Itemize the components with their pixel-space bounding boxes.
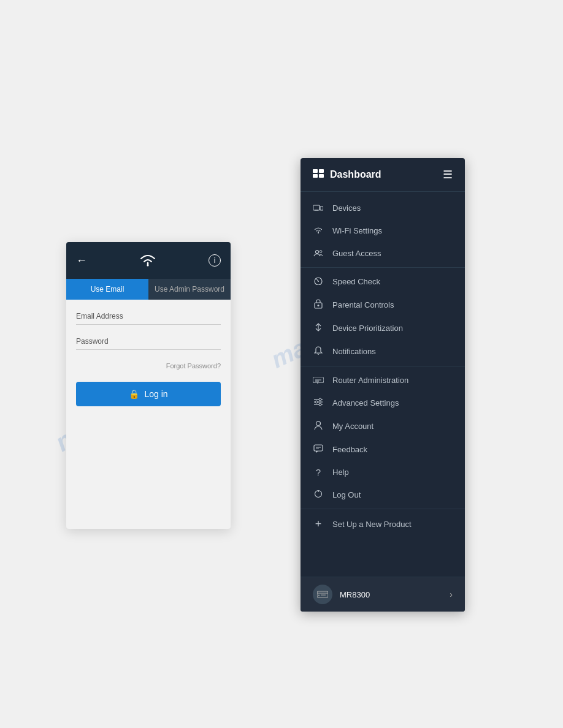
tab-use-email[interactable]: Use Email [66,279,148,300]
svg-point-34 [318,595,320,596]
nav-item-feedback-label: Feedback [332,445,367,454]
account-icon [313,420,324,432]
advanced-settings-icon [313,398,324,408]
nav-item-router-admin[interactable]: Router Administration [301,369,465,392]
add-icon: + [313,518,324,531]
login-body: Email Address Password Forgot Password? … [66,300,231,419]
nav-item-feedback[interactable]: Feedback [301,438,465,461]
nav-header-left: Dashboard [313,169,381,180]
svg-point-0 [147,265,149,267]
nav-title: Dashboard [330,169,381,180]
nav-item-speed[interactable]: Speed Check [301,270,465,293]
svg-rect-6 [320,207,323,210]
footer-chevron-icon: › [450,590,453,599]
svg-point-8 [318,232,319,233]
svg-rect-32 [317,591,328,597]
svg-rect-27 [314,445,323,451]
logout-icon [313,490,324,500]
login-tabs: Use Email Use Admin Password [66,279,231,300]
svg-rect-2 [319,169,324,173]
dashboard-icon [313,169,324,180]
login-button[interactable]: 🔒 Log in [76,382,221,406]
nav-item-help[interactable]: ? Help [301,461,465,483]
nav-item-guest[interactable]: Guest Access [301,242,465,265]
svg-point-26 [316,422,321,426]
nav-item-new-product-label: Set Up a New Product [332,520,412,529]
nav-item-priority[interactable]: Device Prioritization [301,317,465,339]
wifi-icon [313,226,324,236]
login-button-label: Log in [144,389,167,399]
nav-item-help-label: Help [332,468,349,477]
nav-item-devices-label: Devices [332,203,361,213]
nav-footer-device[interactable]: MR8300 › [301,577,465,612]
devices-icon [313,203,324,213]
email-field-container: Email Address [76,312,221,325]
nav-item-logout-label: Log Out [332,490,361,499]
login-header: ← i [66,242,231,279]
svg-rect-3 [313,174,318,178]
guest-icon [313,248,324,259]
login-panel: ← i Use Email Use Admin Password Email A… [66,242,231,529]
password-label: Password [76,337,221,346]
priority-icon [313,323,324,333]
speed-icon [313,276,324,287]
help-icon: ? [313,467,324,477]
nav-item-parental-label: Parental Controls [332,300,394,309]
nav-item-priority-label: Device Prioritization [332,324,403,333]
lock-icon: 🔒 [129,389,139,399]
nav-item-guest-label: Guest Access [332,249,381,258]
svg-point-23 [319,398,321,401]
nav-item-logout[interactable]: Log Out [301,483,465,506]
nav-item-advanced-label: Advanced Settings [332,398,399,408]
nav-divider-3 [301,509,465,509]
feedback-icon [313,444,324,455]
nav-item-wifi-label: Wi-Fi Settings [332,226,382,235]
email-label: Email Address [76,312,221,320]
svg-rect-1 [313,169,318,173]
svg-rect-4 [319,174,324,178]
hamburger-icon[interactable]: ☰ [443,168,453,181]
nav-panel: Dashboard ☰ Devices [301,158,465,612]
svg-point-9 [316,251,319,254]
info-icon[interactable]: i [209,254,221,267]
svg-point-12 [318,281,319,282]
parental-icon [313,299,324,311]
nav-item-new-product[interactable]: + Set Up a New Product [301,512,465,537]
notifications-icon [313,346,324,357]
router-admin-icon [313,375,324,385]
svg-rect-5 [313,205,320,210]
svg-point-10 [320,251,322,253]
nav-item-account[interactable]: My Account [301,414,465,438]
nav-items-list: Devices Wi-Fi Settings [301,192,465,577]
nav-footer-left: MR8300 [313,585,370,604]
svg-point-24 [315,401,318,403]
nav-item-devices[interactable]: Devices [301,197,465,219]
device-avatar [313,585,332,604]
svg-point-25 [319,403,321,406]
nav-item-wifi[interactable]: Wi-Fi Settings [301,219,465,242]
svg-point-14 [318,305,320,306]
forgot-password-link[interactable]: Forgot Password? [76,362,221,370]
nav-item-account-label: My Account [332,422,373,431]
nav-item-speed-label: Speed Check [332,277,380,286]
nav-item-notifications[interactable]: Notifications [301,339,465,363]
nav-divider-2 [301,366,465,366]
nav-header: Dashboard ☰ [301,158,465,192]
nav-item-parental[interactable]: Parental Controls [301,293,465,317]
wifi-logo [138,253,158,268]
tab-use-admin-password[interactable]: Use Admin Password [148,279,231,300]
device-name: MR8300 [340,590,370,599]
nav-item-notifications-label: Notifications [332,347,376,356]
email-field-underline [76,324,221,325]
password-field-underline [76,349,221,350]
nav-divider-1 [301,267,465,268]
back-icon[interactable]: ← [76,254,87,267]
nav-item-advanced[interactable]: Advanced Settings [301,392,465,414]
password-field-container: Password [76,337,221,350]
nav-item-router-admin-label: Router Administration [332,376,408,385]
